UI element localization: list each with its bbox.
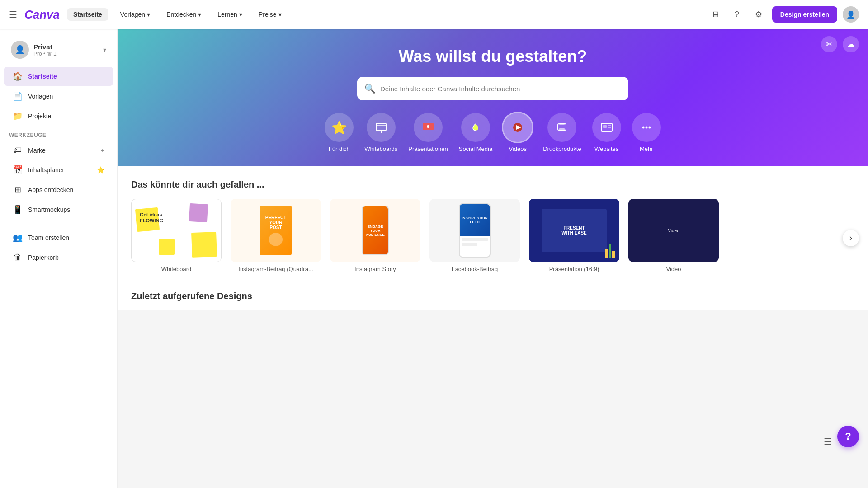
fuer-dich-icon: ⭐: [325, 113, 354, 142]
card-video[interactable]: Video Video: [628, 199, 719, 272]
sidebar-item-apps[interactable]: ⊞ Apps entdecken: [4, 180, 113, 199]
hero-banner: ✂ ☁ Was willst du gestalten? 🔍 ⭐ Für dic…: [118, 29, 868, 166]
svg-point-16: [648, 127, 651, 129]
nav-vorlagen[interactable]: Vorlagen ▾: [116, 8, 155, 21]
card-instagram[interactable]: PERFECTYOUR POST Instagram-Beitrag (Quad…: [231, 199, 321, 272]
category-prasentationen[interactable]: Präsentationen: [408, 113, 448, 152]
trash-icon: 🗑: [13, 253, 23, 262]
sidebar-section-werkzeuge: Werkzeuge: [0, 127, 117, 140]
marke-add-icon: +: [101, 147, 104, 154]
recommendations-section: Das könnte dir auch gefallen ...: [118, 166, 868, 282]
card-label-instagram: Instagram-Beitrag (Quadra...: [231, 266, 321, 272]
monitor-button[interactable]: 🖥: [707, 6, 723, 23]
search-icon: 🔍: [364, 83, 376, 94]
card-label-whiteboard: Whiteboard: [131, 266, 222, 272]
svg-point-14: [642, 127, 644, 129]
chevron-down-icon: ▾: [103, 46, 106, 53]
recent-title: Zuletzt aufgerufene Designs: [131, 291, 854, 301]
create-design-button[interactable]: Design erstellen: [772, 6, 837, 23]
apps-icon: ⊞: [13, 185, 23, 195]
videos-icon: [503, 113, 532, 142]
profile-avatar: 👤: [11, 41, 29, 59]
help-button[interactable]: ?: [837, 426, 859, 447]
projects-icon: 📁: [13, 111, 23, 121]
smartmockups-icon: 📱: [13, 205, 23, 215]
card-thumb-story: ENGAGE YOUR AUDIENCE: [330, 199, 420, 262]
svg-point-15: [645, 127, 647, 129]
svg-rect-12: [608, 125, 611, 126]
settings-button[interactable]: ⚙: [750, 6, 767, 23]
card-label-story: Instagram Story: [330, 266, 420, 272]
hero-title: Was willst du gestalten?: [399, 47, 587, 66]
sidebar-item-team[interactable]: 👥 Team erstellen: [4, 228, 113, 247]
logo[interactable]: Canva: [24, 8, 60, 22]
social-media-icon: [461, 113, 490, 142]
card-label-presentation: Präsentation (16:9): [529, 266, 619, 272]
templates-icon: 📄: [13, 91, 23, 101]
sidebar-item-projekte[interactable]: 📁 Projekte: [4, 107, 113, 126]
card-facebook[interactable]: INSPIRE YOUR FEED Facebook-Beitrag: [429, 199, 520, 272]
profile-sub: Pro • ♛ 1: [33, 51, 99, 57]
prasentationen-icon: [414, 113, 443, 142]
whiteboards-icon: [367, 113, 396, 142]
card-thumb-whiteboard: Get ideasFLOWING: [131, 199, 222, 262]
sidebar-item-smartmockups[interactable]: 📱 Smartmockups: [4, 200, 113, 219]
category-videos[interactable]: Videos: [503, 113, 532, 152]
team-icon: 👥: [13, 233, 23, 243]
category-social-media[interactable]: Social Media: [459, 113, 492, 152]
sidebar-item-inhaltsplaner[interactable]: 📅 Inhaltsplaner ⭐: [4, 160, 113, 179]
svg-rect-11: [603, 125, 607, 128]
whiteboard-text: Get ideasFLOWING: [140, 212, 163, 224]
card-thumb-facebook: INSPIRE YOUR FEED: [429, 199, 520, 262]
category-fuer-dich[interactable]: ⭐ Für dich: [325, 113, 354, 152]
menu-icon[interactable]: ☰: [9, 9, 17, 20]
sidebar-item-papierkorb[interactable]: 🗑 Papierkorb: [4, 248, 113, 267]
next-arrow-button[interactable]: ›: [843, 230, 859, 246]
list-view-icon[interactable]: ☰: [824, 436, 832, 447]
websites-icon: [592, 113, 621, 142]
hero-icons: ✂ ☁: [821, 36, 859, 52]
brand-icon: 🏷: [13, 145, 23, 155]
avatar[interactable]: 👤: [843, 6, 859, 23]
category-whiteboards[interactable]: Whiteboards: [364, 113, 397, 152]
search-input[interactable]: [380, 85, 621, 93]
crop-icon-button[interactable]: ✂: [821, 36, 837, 52]
nav-preise[interactable]: Preise ▾: [254, 8, 286, 21]
profile-name: Privat: [33, 43, 99, 51]
mehr-icon: [632, 113, 661, 142]
nav-lernen[interactable]: Lernen ▾: [213, 8, 247, 21]
recommendations-title: Das könnte dir auch gefallen ...: [131, 179, 854, 190]
logo-text: Canva: [24, 8, 60, 22]
upload-icon-button[interactable]: ☁: [843, 36, 859, 52]
card-thumb-video: Video: [628, 199, 719, 262]
card-story[interactable]: ENGAGE YOUR AUDIENCE Instagram Story: [330, 199, 420, 272]
header: ☰ Canva Startseite Vorlagen ▾ Entdecken …: [0, 0, 868, 29]
svg-rect-13: [608, 127, 611, 128]
svg-rect-8: [559, 123, 565, 125]
sidebar-item-startseite[interactable]: 🏠 Startseite: [4, 67, 113, 86]
planner-star-icon: ⭐: [97, 166, 104, 174]
home-icon: 🏠: [13, 71, 23, 81]
nav-startseite[interactable]: Startseite: [67, 8, 108, 21]
sidebar-item-marke[interactable]: 🏷 Marke +: [4, 141, 113, 160]
cards-row: Get ideasFLOWING Whiteboard PERFECTYOUR …: [131, 199, 854, 277]
page: 👤 Privat Pro • ♛ 1 ▾ 🏠 Startseite 📄 Vorl…: [0, 0, 868, 488]
sidebar-item-vorlagen[interactable]: 📄 Vorlagen: [4, 87, 113, 106]
category-druckprodukte[interactable]: Druckprodukte: [543, 113, 581, 152]
help-icon-button[interactable]: ?: [729, 6, 745, 23]
svg-point-4: [427, 125, 429, 128]
svg-rect-9: [559, 128, 565, 130]
recent-section: Zuletzt aufgerufene Designs: [118, 282, 868, 310]
category-mehr[interactable]: Mehr: [632, 113, 661, 152]
card-whiteboard[interactable]: Get ideasFLOWING Whiteboard: [131, 199, 222, 272]
svg-rect-0: [376, 123, 386, 131]
category-websites[interactable]: Websites: [592, 113, 621, 152]
nav-entdecken[interactable]: Entdecken ▾: [162, 8, 206, 21]
card-presentation[interactable]: PRESENTWITH EASE Präsentation (16:9: [529, 199, 619, 272]
druckprodukte-icon: [547, 113, 576, 142]
main-content: ✂ ☁ Was willst du gestalten? 🔍 ⭐ Für dic…: [118, 29, 868, 488]
header-right: 🖥 ? ⚙ Design erstellen 👤: [707, 6, 859, 23]
cards-wrapper: Get ideasFLOWING Whiteboard PERFECTYOUR …: [131, 199, 854, 277]
sidebar-profile[interactable]: 👤 Privat Pro • ♛ 1 ▾: [4, 36, 113, 63]
card-thumb-instagram: PERFECTYOUR POST: [231, 199, 321, 262]
